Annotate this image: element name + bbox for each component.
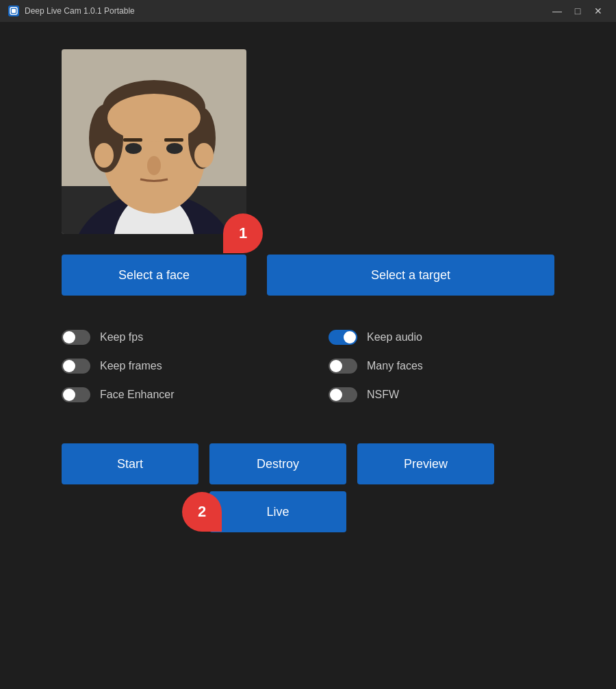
select-target-button[interactable]: Select a target (267, 255, 554, 296)
badge-2-text: 2 (198, 503, 206, 521)
keep-audio-toggle[interactable] (329, 330, 357, 345)
toggle-keep-audio-row: Keep audio (329, 330, 554, 345)
keep-frames-label: Keep frames (100, 360, 162, 372)
svg-point-18 (94, 143, 114, 168)
toggles-right-column: Keep audio Many faces NSFW (329, 330, 554, 402)
destroy-button[interactable]: Destroy (209, 443, 346, 484)
face-image-container (62, 49, 246, 234)
svg-rect-1 (12, 9, 16, 13)
select-target-area (301, 49, 554, 234)
keep-fps-label: Keep fps (100, 331, 143, 343)
buttons-row: Select a face Select a target (62, 255, 554, 296)
maximize-button[interactable]: □ (568, 4, 587, 18)
toggle-keep-fps-row: Keep fps (62, 330, 287, 345)
top-section: 1 (62, 49, 554, 234)
svg-rect-15 (123, 138, 142, 142)
close-button[interactable]: ✕ (589, 4, 608, 18)
toggle-nsfw-row: NSFW (329, 387, 554, 402)
toggle-many-faces-row: Many faces (329, 359, 554, 374)
svg-point-19 (194, 143, 214, 168)
svg-point-17 (147, 156, 161, 175)
start-button[interactable]: Start (62, 443, 198, 484)
action-section: Start Destroy Preview 2 Live (62, 443, 554, 532)
toggle-keep-frames-row: Keep frames (62, 359, 287, 374)
nsfw-toggle[interactable] (329, 387, 357, 402)
face-enhancer-toggle[interactable] (62, 387, 90, 402)
face-enhancer-label: Face Enhancer (100, 389, 175, 401)
svg-point-12 (107, 94, 201, 142)
preview-button[interactable]: Preview (357, 443, 494, 484)
toggle-face-enhancer-row: Face Enhancer (62, 387, 287, 402)
minimize-button[interactable]: — (548, 4, 567, 18)
window-controls: — □ ✕ (548, 4, 608, 18)
main-content: 1 Select a face Select a target Keep fps… (0, 22, 616, 553)
toggles-section: Keep fps Keep frames Face Enhancer Keep … (62, 330, 554, 402)
action-buttons-row1: Start Destroy Preview (62, 443, 554, 484)
badge-1-text: 1 (239, 224, 247, 242)
nsfw-label: NSFW (367, 389, 399, 401)
face-area: 1 (62, 49, 246, 234)
toggles-left-column: Keep fps Keep frames Face Enhancer (62, 330, 287, 402)
many-faces-label: Many faces (367, 360, 423, 372)
svg-point-13 (125, 143, 142, 154)
keep-frames-toggle[interactable] (62, 359, 90, 374)
live-button[interactable]: Live (209, 491, 346, 532)
keep-fps-toggle[interactable] (62, 330, 90, 345)
many-faces-toggle[interactable] (329, 359, 357, 374)
select-face-button[interactable]: Select a face (62, 255, 246, 296)
svg-rect-16 (164, 138, 183, 142)
svg-point-14 (166, 143, 183, 154)
live-badge-2: 2 (182, 492, 222, 532)
title-bar: Deep Live Cam 1.0.1 Portable — □ ✕ (0, 0, 616, 22)
window-title: Deep Live Cam 1.0.1 Portable (25, 6, 548, 16)
app-icon (8, 5, 19, 16)
action-buttons-row2: 2 Live (62, 491, 554, 532)
face-badge-1: 1 (223, 213, 263, 253)
keep-audio-label: Keep audio (367, 331, 422, 343)
